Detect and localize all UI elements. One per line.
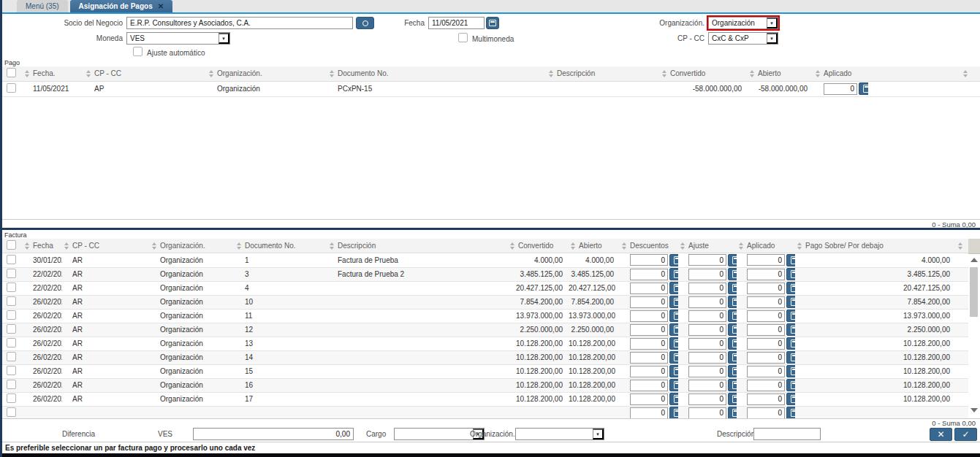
calculator-button[interactable] xyxy=(786,365,795,377)
ajuste-input[interactable] xyxy=(688,380,726,391)
aplicado-input[interactable] xyxy=(747,407,785,419)
factura-select-all-checkbox[interactable] xyxy=(7,240,16,250)
calculator-button[interactable] xyxy=(786,296,795,308)
sort-icon[interactable] xyxy=(330,242,334,250)
sort-icon[interactable] xyxy=(816,70,820,77)
calculator-button[interactable] xyxy=(786,379,795,391)
description-input[interactable] xyxy=(753,428,821,440)
date-input[interactable] xyxy=(428,17,485,29)
calculator-button[interactable] xyxy=(728,407,737,418)
factura-col-convertido[interactable]: Convertido xyxy=(518,242,553,250)
calculator-button[interactable] xyxy=(669,393,678,405)
calculator-button[interactable] xyxy=(728,254,737,266)
calculator-button[interactable] xyxy=(669,296,678,308)
calculator-button[interactable] xyxy=(786,407,795,418)
row-checkbox[interactable] xyxy=(7,407,16,417)
currency-dropdown-button[interactable]: ▼ xyxy=(219,33,229,44)
factura-col-cpcc[interactable]: CP - CC xyxy=(72,242,99,250)
calculator-button[interactable] xyxy=(669,365,678,377)
aplicado-input[interactable] xyxy=(824,83,857,95)
cancel-button[interactable]: ✕ xyxy=(930,428,952,441)
scroll-down-icon[interactable] xyxy=(970,408,978,412)
descuentos-input[interactable] xyxy=(630,324,668,336)
aplicado-input[interactable] xyxy=(747,366,785,377)
descuentos-input[interactable] xyxy=(630,393,668,405)
sort-icon[interactable] xyxy=(750,70,754,77)
sort-icon[interactable] xyxy=(662,70,666,77)
scroll-up-icon[interactable] xyxy=(970,258,978,262)
calculator-button[interactable] xyxy=(728,296,737,308)
descuentos-input[interactable] xyxy=(630,366,668,377)
sort-icon[interactable] xyxy=(622,242,626,250)
row-checkbox[interactable] xyxy=(7,283,16,292)
pago-col-documento[interactable]: Documento No. xyxy=(338,69,388,77)
calculator-button[interactable] xyxy=(728,337,737,350)
aplicado-input[interactable] xyxy=(747,296,785,308)
row-checkbox[interactable] xyxy=(7,310,16,320)
aplicado-input[interactable] xyxy=(747,380,785,391)
ajuste-input[interactable] xyxy=(688,393,726,405)
calculator-button[interactable] xyxy=(669,337,678,350)
footer-organization-combobox[interactable]: ▼ xyxy=(515,428,604,440)
sort-icon[interactable] xyxy=(152,242,156,250)
factura-col-organizacion[interactable]: Organización. xyxy=(160,242,205,250)
descuentos-input[interactable] xyxy=(630,296,668,308)
aplicado-input[interactable] xyxy=(747,338,785,350)
calculator-button[interactable] xyxy=(859,82,868,95)
factura-col-descripcion[interactable]: Descripción xyxy=(338,242,376,250)
row-checkbox[interactable] xyxy=(7,269,16,278)
calculator-button[interactable] xyxy=(728,379,737,391)
aplicado-input[interactable] xyxy=(747,310,785,322)
calculator-button[interactable] xyxy=(728,365,737,377)
ajuste-input[interactable] xyxy=(688,324,726,336)
calculator-button[interactable] xyxy=(786,254,795,266)
calculator-button[interactable] xyxy=(669,351,678,364)
tab-menu[interactable]: Menú (35) xyxy=(17,0,68,12)
business-partner-info-button[interactable] xyxy=(356,17,374,29)
sort-icon[interactable] xyxy=(64,242,69,250)
descuentos-input[interactable] xyxy=(630,380,668,391)
ajuste-input[interactable] xyxy=(688,283,726,294)
calculator-button[interactable] xyxy=(786,337,795,350)
row-checkbox[interactable] xyxy=(7,296,16,306)
apar-dropdown-button[interactable]: ▼ xyxy=(767,33,778,44)
pago-col-convertido[interactable]: Convertido xyxy=(670,69,705,77)
ajuste-input[interactable] xyxy=(688,338,726,350)
calculator-button[interactable] xyxy=(786,393,795,405)
calculator-button[interactable] xyxy=(669,268,678,280)
apar-combobox[interactable]: CxC & CxP ▼ xyxy=(708,32,778,45)
calculator-button[interactable] xyxy=(786,268,795,280)
pago-col-descripcion[interactable]: Descripción xyxy=(557,69,595,77)
sort-icon[interactable] xyxy=(549,70,553,77)
organization-combobox[interactable]: Organización ▼ xyxy=(708,17,778,29)
factura-col-abierto[interactable]: Abierto xyxy=(579,242,602,250)
sort-icon[interactable] xyxy=(209,70,213,77)
aplicado-input[interactable] xyxy=(747,254,785,266)
row-checkbox[interactable] xyxy=(7,83,16,93)
descuentos-input[interactable] xyxy=(630,338,668,350)
ajuste-input[interactable] xyxy=(688,296,726,308)
multicurrency-checkbox[interactable] xyxy=(458,33,468,42)
calculator-button[interactable] xyxy=(669,282,678,294)
sort-icon[interactable] xyxy=(739,242,743,250)
business-partner-input[interactable] xyxy=(126,17,353,29)
calculator-button[interactable] xyxy=(786,282,795,294)
organization-dropdown-button[interactable]: ▼ xyxy=(767,18,778,28)
factura-scrollbar[interactable] xyxy=(968,239,980,419)
sort-icon[interactable] xyxy=(25,242,29,250)
row-checkbox[interactable] xyxy=(7,338,16,347)
scrollbar-track[interactable] xyxy=(968,254,980,419)
row-checkbox[interactable] xyxy=(7,380,16,389)
calculator-button[interactable] xyxy=(786,351,795,364)
calculator-button[interactable] xyxy=(669,379,678,391)
sort-icon[interactable] xyxy=(571,242,575,250)
factura-col-descuentos[interactable]: Descuentos xyxy=(630,242,669,250)
aplicado-input[interactable] xyxy=(747,283,785,294)
calculator-button[interactable] xyxy=(669,310,678,322)
sort-icon[interactable] xyxy=(237,242,241,250)
sort-icon[interactable] xyxy=(963,70,968,77)
calculator-button[interactable] xyxy=(669,254,678,266)
row-checkbox[interactable] xyxy=(7,352,16,361)
currency-combobox[interactable]: VES ▼ xyxy=(126,32,230,45)
sort-icon[interactable] xyxy=(330,70,334,77)
